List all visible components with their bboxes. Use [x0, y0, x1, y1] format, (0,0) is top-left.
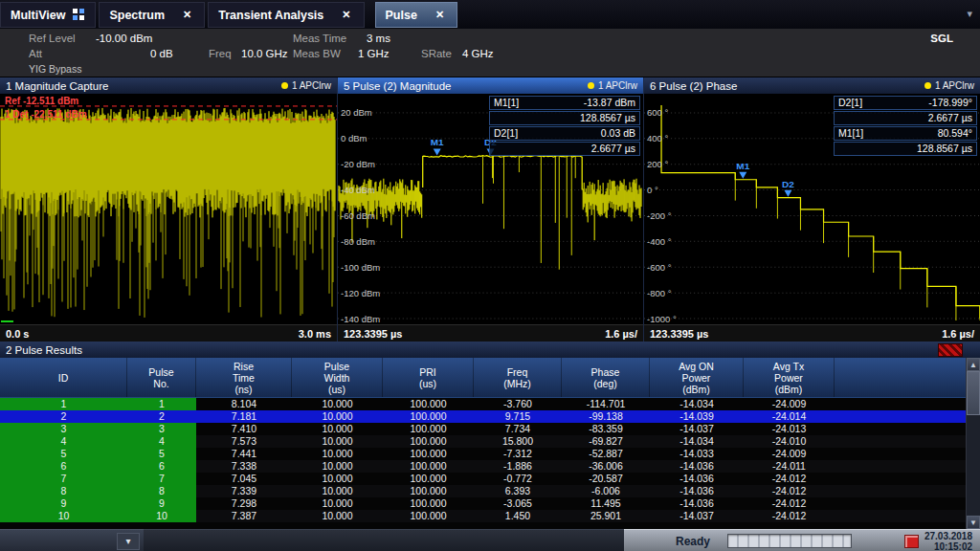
- cell[interactable]: 10.000: [292, 410, 383, 423]
- cell[interactable]: 10.000: [292, 435, 383, 448]
- cell[interactable]: 9.715: [474, 410, 562, 423]
- tab-spectrum[interactable]: Spectrum ✕: [99, 2, 205, 28]
- cell[interactable]: -52.887: [562, 448, 650, 460]
- cell[interactable]: 6: [0, 460, 127, 473]
- tab-transient-analysis[interactable]: Transient Analysis ✕: [208, 2, 364, 28]
- cell[interactable]: -24.012: [744, 473, 835, 485]
- table-row[interactable]: 337.41010.000100.0007.734-83.359-14.037-…: [0, 423, 980, 435]
- close-icon[interactable]: ✕: [433, 9, 447, 21]
- cell[interactable]: -114.701: [562, 398, 650, 410]
- cell[interactable]: 8: [0, 485, 127, 497]
- meas-bw-value[interactable]: 1 GHz: [358, 48, 390, 59]
- close-icon[interactable]: ✕: [180, 9, 194, 21]
- cell[interactable]: -69.827: [562, 435, 650, 448]
- table-row[interactable]: 118.10410.000100.000-3.760-114.701-14.03…: [0, 398, 980, 410]
- cell[interactable]: 1: [127, 398, 196, 410]
- column-header[interactable]: Avg TxPower(dBm): [744, 358, 835, 397]
- column-header[interactable]: ID: [0, 358, 127, 397]
- cell[interactable]: 7.387: [196, 510, 292, 522]
- cell[interactable]: 100.000: [383, 448, 474, 460]
- cell[interactable]: -24.011: [744, 460, 835, 473]
- cell[interactable]: 4: [0, 435, 127, 448]
- cell[interactable]: -1.886: [474, 460, 562, 473]
- cell[interactable]: 100.000: [383, 497, 474, 510]
- table-row[interactable]: 557.44110.000100.000-7.312-52.887-14.033…: [0, 448, 980, 460]
- marker-triangle-icon[interactable]: [784, 190, 791, 197]
- cell[interactable]: 6: [127, 460, 196, 473]
- cell[interactable]: 10.000: [292, 497, 383, 510]
- ref-level-value[interactable]: -10.00 dBm: [96, 33, 152, 44]
- cell[interactable]: -0.772: [474, 473, 562, 485]
- cell[interactable]: 7.441: [196, 448, 292, 460]
- tab-pulse[interactable]: Pulse ✕: [375, 2, 458, 28]
- tab-overflow-caret-icon[interactable]: ▾: [967, 8, 972, 20]
- close-icon[interactable]: ✕: [339, 9, 353, 21]
- cell[interactable]: 100.000: [383, 398, 474, 410]
- cell[interactable]: 2: [127, 410, 196, 423]
- cell[interactable]: 5: [0, 448, 127, 460]
- cell[interactable]: 3: [127, 423, 196, 435]
- cell[interactable]: -6.006: [562, 485, 650, 497]
- scroll-thumb[interactable]: [967, 371, 980, 415]
- status-dropdown-caret-icon[interactable]: ▾: [117, 533, 140, 550]
- cell[interactable]: -7.312: [474, 448, 562, 460]
- column-header[interactable]: Avg ONPower(dBm): [650, 358, 744, 397]
- marker-triangle-icon[interactable]: [739, 172, 746, 179]
- cell[interactable]: 11.495: [562, 497, 650, 510]
- column-header[interactable]: Freq(MHz): [474, 358, 562, 397]
- cell[interactable]: 10.000: [292, 448, 383, 460]
- cell[interactable]: 100.000: [383, 423, 474, 435]
- cell[interactable]: 4: [127, 435, 196, 448]
- cell[interactable]: -20.587: [562, 473, 650, 485]
- cell[interactable]: 7: [127, 473, 196, 485]
- cell[interactable]: -24.012: [744, 497, 835, 510]
- table-row[interactable]: 447.57310.000100.00015.800-69.827-14.034…: [0, 435, 980, 448]
- cell[interactable]: 1: [0, 398, 127, 410]
- cell[interactable]: -14.033: [650, 448, 744, 460]
- cell[interactable]: -24.012: [744, 510, 835, 522]
- cell[interactable]: 3: [0, 423, 127, 435]
- column-header[interactable]: PRI(us): [383, 358, 474, 397]
- cell[interactable]: 100.000: [383, 410, 474, 423]
- att-value[interactable]: 0 dB: [150, 48, 173, 59]
- cell[interactable]: 2: [0, 410, 127, 423]
- table-row[interactable]: 227.18110.000100.0009.715-99.138-14.039-…: [0, 410, 980, 423]
- cell[interactable]: -3.760: [474, 398, 562, 410]
- cell[interactable]: -14.034: [650, 435, 744, 448]
- cell[interactable]: -24.012: [744, 485, 835, 497]
- cell[interactable]: -24.009: [744, 448, 835, 460]
- cell[interactable]: 7.573: [196, 435, 292, 448]
- cell[interactable]: 15.800: [474, 435, 562, 448]
- cell[interactable]: 7.181: [196, 410, 292, 423]
- cell[interactable]: 100.000: [383, 485, 474, 497]
- cell[interactable]: -24.009: [744, 398, 835, 410]
- pulse-magnitude-plot-area[interactable]: M1D2 20 dBm0 dBm-20 dBm-40 dBm-60 dBm-80…: [338, 94, 643, 324]
- cell[interactable]: 5: [127, 448, 196, 460]
- cell[interactable]: 7.410: [196, 423, 292, 435]
- cell[interactable]: 7.734: [474, 423, 562, 435]
- cell[interactable]: -24.014: [744, 410, 835, 423]
- column-header[interactable]: RiseTime(ns): [196, 358, 292, 397]
- cell[interactable]: 6.393: [474, 485, 562, 497]
- cell[interactable]: 10.000: [292, 485, 383, 497]
- pulse-phase-plot-area[interactable]: D2M1 600 °400 °200 °0 °-200 °-400 °-600 …: [644, 94, 980, 324]
- magnitude-capture-plot-area[interactable]: Ref -12.511 dBm 1 Det -22.511 dBm: [0, 94, 337, 324]
- results-title-bar[interactable]: 2 Pulse Results: [0, 342, 980, 358]
- cell[interactable]: -3.065: [474, 497, 562, 510]
- cell[interactable]: 10.000: [292, 460, 383, 473]
- window-magnitude-capture[interactable]: 1 Magnitude Capture 1 APClrw Ref -12.511…: [0, 77, 338, 342]
- window-pulse-magnitude[interactable]: 5 Pulse (2) Magnitude 1 APClrw M1D2 20 d…: [338, 77, 644, 342]
- cell[interactable]: 100.000: [383, 460, 474, 473]
- table-row[interactable]: 997.29810.000100.000-3.06511.495-14.036-…: [0, 497, 980, 510]
- cell[interactable]: 9: [127, 497, 196, 510]
- cell[interactable]: 1.450: [474, 510, 562, 522]
- cell[interactable]: 25.901: [562, 510, 650, 522]
- pulse-phase-title-bar[interactable]: 6 Pulse (2) Phase 1 APClrw: [644, 77, 980, 94]
- cell[interactable]: 10.000: [292, 510, 383, 522]
- tab-multiview[interactable]: MultiView: [0, 2, 96, 28]
- table-row[interactable]: 887.33910.000100.0006.393-6.006-14.036-2…: [0, 485, 980, 497]
- results-scrollbar[interactable]: ▲ ▼: [966, 358, 980, 529]
- meas-time-value[interactable]: 3 ms: [367, 33, 390, 44]
- cell[interactable]: 100.000: [383, 435, 474, 448]
- cell[interactable]: -83.359: [562, 423, 650, 435]
